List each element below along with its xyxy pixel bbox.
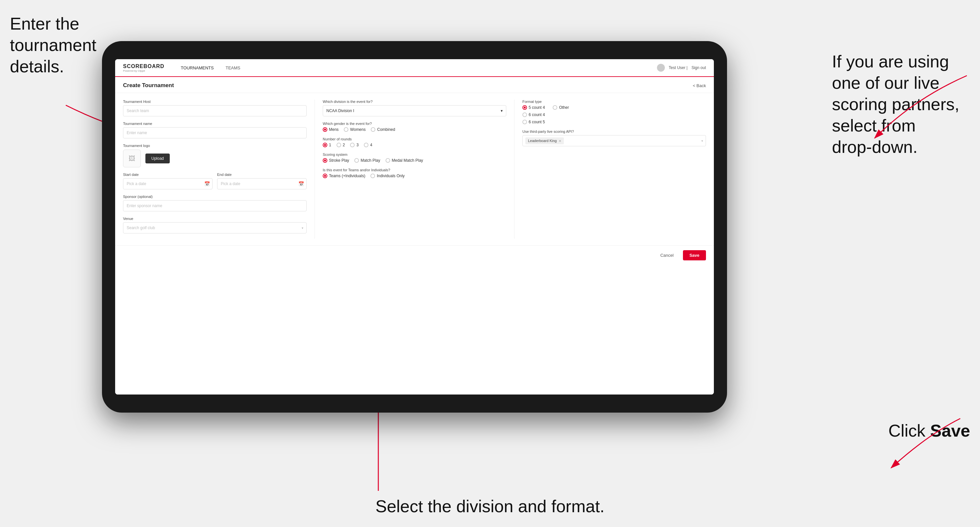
format-6count5-radio[interactable] xyxy=(522,120,527,124)
api-tag-text: Leaderboard King xyxy=(528,139,557,143)
brand: SCOREBOARD Powered by Clippit xyxy=(123,63,164,72)
scoring-match-radio[interactable] xyxy=(354,158,359,163)
sponsor-input[interactable] xyxy=(123,200,307,211)
gender-combined-label: Combined xyxy=(377,127,395,132)
gender-womens[interactable]: Womens xyxy=(344,127,366,132)
upload-button[interactable]: Upload xyxy=(145,154,170,163)
scoring-group: Scoring system Stroke Play Match Play xyxy=(323,152,506,163)
division-chevron-icon: ▾ xyxy=(501,108,503,113)
division-select[interactable]: NCAA Division I ▾ xyxy=(323,105,506,116)
teams-teams[interactable]: Teams (+Individuals) xyxy=(323,174,365,178)
rounds-radio-group: 1 2 3 4 xyxy=(323,143,506,147)
format-6count4[interactable]: 6 count 4 xyxy=(522,113,545,117)
format-6count4-radio[interactable] xyxy=(522,113,527,117)
tournament-name-input[interactable] xyxy=(123,127,307,138)
annotation-bottom-center: Select the division and format. xyxy=(375,496,605,517)
format-5count4[interactable]: 5 count 4 xyxy=(522,105,545,110)
gender-womens-label: Womens xyxy=(350,127,366,132)
teams-individuals-label: Individuals Only xyxy=(377,174,405,178)
format-other[interactable]: Other xyxy=(553,105,569,110)
format-5count4-radio[interactable] xyxy=(522,105,527,110)
teams-label: Is this event for Teams and/or Individua… xyxy=(323,168,506,172)
brand-sub: Powered by Clippit xyxy=(123,69,164,72)
rounds-group: Number of rounds 1 2 xyxy=(323,137,506,147)
rounds-1-radio[interactable] xyxy=(323,143,327,147)
image-icon: 🖼 xyxy=(129,155,135,162)
gender-label: Which gender is the event for? xyxy=(323,122,506,125)
nav-tournaments[interactable]: TOURNAMENTS xyxy=(175,59,220,77)
scoring-label: Scoring system xyxy=(323,152,506,157)
scoring-match[interactable]: Match Play xyxy=(354,158,380,163)
start-date-field: Start date 📅 xyxy=(123,173,213,189)
gender-radio-group: Mens Womens Combined xyxy=(323,127,506,132)
arrow-br xyxy=(809,409,974,481)
cancel-button[interactable]: Cancel xyxy=(655,250,679,260)
teams-individuals[interactable]: Individuals Only xyxy=(371,174,405,178)
scoring-medal-label: Medal Match Play xyxy=(392,158,423,163)
nav-teams[interactable]: TEAMS xyxy=(220,59,247,77)
sign-out[interactable]: Sign out xyxy=(692,65,706,70)
rounds-3-radio[interactable] xyxy=(350,143,355,147)
format-other-col: Other xyxy=(553,105,569,124)
rounds-label: Number of rounds xyxy=(323,137,506,141)
start-date-input[interactable] xyxy=(123,178,213,189)
tablet-screen: SCOREBOARD Powered by Clippit TOURNAMENT… xyxy=(115,59,714,395)
tournament-name-group: Tournament name xyxy=(123,122,307,138)
teams-individuals-radio[interactable] xyxy=(371,174,375,178)
logo-area: 🖼 Upload xyxy=(123,149,307,167)
navbar: SCOREBOARD Powered by Clippit TOURNAMENT… xyxy=(115,59,714,77)
api-field-chevron-icon: ▾ xyxy=(702,139,703,143)
api-field-group: Use third-party live scoring API? Leader… xyxy=(522,130,706,146)
form-footer: Cancel Save xyxy=(115,245,714,265)
save-button[interactable]: Save xyxy=(683,250,706,260)
gender-combined-radio[interactable] xyxy=(371,127,375,132)
gender-combined[interactable]: Combined xyxy=(371,127,395,132)
api-label: Use third-party live scoring API? xyxy=(522,130,706,133)
scoring-stroke[interactable]: Stroke Play xyxy=(323,158,349,163)
scoring-stroke-radio[interactable] xyxy=(323,158,327,163)
rounds-4[interactable]: 4 xyxy=(364,143,372,147)
division-group: Which division is the event for? NCAA Di… xyxy=(323,100,506,116)
rounds-1[interactable]: 1 xyxy=(323,143,331,147)
gender-mens-label: Mens xyxy=(329,127,339,132)
back-button[interactable]: < Back xyxy=(693,83,706,88)
scoring-stroke-label: Stroke Play xyxy=(329,158,349,163)
venue-chevron-icon: ▾ xyxy=(302,226,303,230)
format-other-radio[interactable] xyxy=(553,105,557,110)
tournament-host-input[interactable] xyxy=(123,105,307,116)
gender-womens-radio[interactable] xyxy=(344,127,348,132)
format-6count5-label: 6 count 5 xyxy=(529,120,545,124)
gender-mens-radio[interactable] xyxy=(323,127,327,132)
gender-mens[interactable]: Mens xyxy=(323,127,339,132)
division-value: NCAA Division I xyxy=(326,108,354,113)
rounds-2-radio[interactable] xyxy=(337,143,341,147)
form-col-3: Format type 5 count 4 6 count 4 xyxy=(522,100,706,239)
format-label: Format type xyxy=(522,100,706,103)
scoring-medal-radio[interactable] xyxy=(385,158,390,163)
rounds-3[interactable]: 3 xyxy=(350,143,359,147)
calendar-icon-2: 📅 xyxy=(298,181,304,186)
end-date-label: End date xyxy=(217,173,307,176)
teams-group: Is this event for Teams and/or Individua… xyxy=(323,168,506,178)
scoring-medal[interactable]: Medal Match Play xyxy=(385,158,423,163)
annotation-top-left: Enter the tournament details. xyxy=(10,13,96,77)
end-date-input[interactable] xyxy=(217,178,307,189)
start-date-label: Start date xyxy=(123,173,213,176)
format-6count4-label: 6 count 4 xyxy=(529,113,545,117)
rounds-4-label: 4 xyxy=(370,143,372,147)
rounds-4-radio[interactable] xyxy=(364,143,368,147)
venue-input[interactable] xyxy=(123,222,307,233)
api-tag-close[interactable]: × xyxy=(558,138,561,143)
format-other-label: Other xyxy=(559,105,569,110)
rounds-2[interactable]: 2 xyxy=(337,143,345,147)
user-name: Test User | xyxy=(669,65,687,70)
logo-placeholder: 🖼 xyxy=(123,149,141,167)
api-tag-wrapper[interactable]: Leaderboard King × ▾ xyxy=(522,135,706,146)
tablet-frame: SCOREBOARD Powered by Clippit TOURNAMENT… xyxy=(102,41,727,413)
tournament-name-label: Tournament name xyxy=(123,122,307,125)
tournament-logo-label: Tournament logo xyxy=(123,144,307,148)
rounds-2-label: 2 xyxy=(343,143,345,147)
format-6count5[interactable]: 6 count 5 xyxy=(522,120,545,124)
sponsor-group: Sponsor (optional) xyxy=(123,195,307,211)
teams-teams-radio[interactable] xyxy=(323,174,327,178)
